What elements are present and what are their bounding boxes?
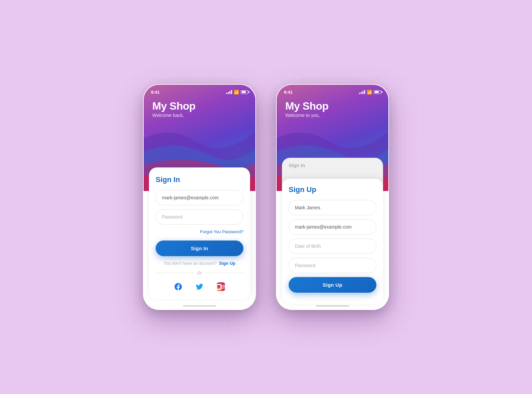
status-icons-signin: 📶: [226, 90, 248, 95]
divider-text: Or: [197, 270, 202, 275]
signin-tab-label: Sign In: [289, 162, 305, 168]
phone-signin: 9:41 📶 My Shop Welcome back, Sign In: [143, 84, 256, 310]
signin-card: Sign In Forgot You Password? Sign In You…: [149, 167, 250, 299]
signup-card-title: Sign Up: [289, 185, 376, 194]
instagram-icon[interactable]: [215, 281, 227, 293]
signal-icon-signup: [359, 90, 365, 94]
wifi-icon-signup: 📶: [367, 90, 372, 95]
app-subtitle-signin: Welcome back,: [152, 113, 196, 118]
phone2-header: My Shop Welcome to you,: [285, 101, 329, 118]
twitter-icon[interactable]: [194, 281, 205, 293]
svg-point-2: [224, 286, 224, 286]
battery-icon-signup: [374, 90, 381, 94]
time-signin: 9:41: [151, 90, 160, 95]
status-bar-signup: 9:41 📶: [277, 85, 388, 97]
phones-container: 9:41 📶 My Shop Welcome back, Sign In: [143, 84, 389, 310]
app-subtitle-signup: Welcome to you,: [285, 113, 329, 118]
battery-icon: [241, 90, 248, 94]
forgot-password-link[interactable]: Forgot You Password?: [156, 229, 243, 235]
no-account-text: You don't have an account?: [164, 261, 217, 266]
signup-button[interactable]: Sign Up: [289, 277, 376, 293]
home-indicator-signup: [316, 305, 349, 307]
email-input-signin[interactable]: [156, 190, 243, 205]
no-account-row: You don't have an account? Sign Up: [156, 261, 243, 266]
svg-point-1: [222, 286, 224, 287]
social-icons: [156, 281, 243, 293]
signin-card-title: Sign In: [156, 175, 243, 184]
status-bar-signin: 9:41 📶: [144, 85, 255, 97]
forgot-password-text[interactable]: Forgot You Password?: [200, 229, 243, 234]
password-input-signin[interactable]: [156, 209, 243, 225]
home-indicator-signin: [183, 305, 216, 307]
name-input-signup[interactable]: [289, 200, 376, 215]
app-title-signup: My Shop: [285, 101, 329, 111]
signup-card: Sign Up Sign Up: [282, 179, 383, 304]
signin-button[interactable]: Sign In: [156, 241, 243, 256]
wifi-icon: 📶: [234, 90, 239, 95]
dob-input-signup[interactable]: [289, 239, 376, 254]
status-icons-signup: 📶: [359, 90, 381, 95]
divider: Or: [156, 270, 243, 275]
email-input-signup[interactable]: [289, 219, 376, 235]
divider-line-left: [156, 273, 194, 273]
signup-link[interactable]: Sign Up: [219, 261, 235, 266]
phone-signup: 9:41 📶 My Shop Welcome to you, Sign In S…: [276, 84, 389, 310]
password-input-signup[interactable]: [289, 258, 376, 273]
phone1-header: My Shop Welcome back,: [152, 101, 196, 118]
divider-line-right: [205, 273, 243, 273]
time-signup: 9:41: [284, 90, 293, 95]
signal-icon: [226, 90, 232, 94]
app-title-signin: My Shop: [152, 101, 196, 111]
facebook-icon[interactable]: [172, 281, 184, 293]
svg-rect-0: [221, 285, 225, 288]
